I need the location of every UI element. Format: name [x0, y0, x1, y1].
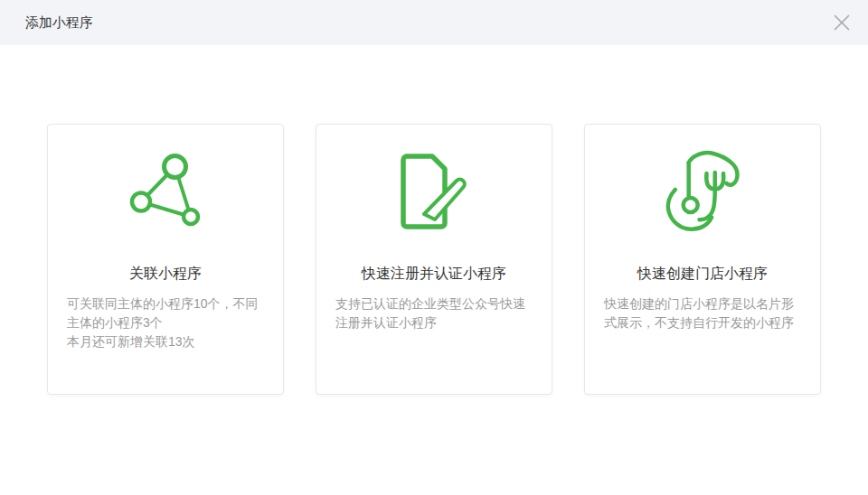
card-description: 快速创建的门店小程序是以名片形式展示，不支持自行开发的小程序 [604, 294, 802, 332]
link-network-icon [48, 146, 283, 237]
card-title: 快速注册并认证小程序 [316, 264, 552, 284]
card-title: 关联小程序 [48, 264, 283, 284]
dialog-title: 添加小程序 [25, 14, 93, 32]
close-icon[interactable] [834, 14, 850, 31]
card-description-line: 可关联同主体的小程序10个，不同主体的小程序3个 [67, 294, 265, 332]
card-description-line: 快速创建的门店小程序是以名片形式展示，不支持自行开发的小程序 [604, 294, 802, 332]
register-document-icon [316, 146, 552, 237]
dialog-header: 添加小程序 [0, 0, 868, 45]
store-fork-icon [585, 146, 820, 237]
card-row: 关联小程序 可关联同主体的小程序10个，不同主体的小程序3个 本月还可新增关联1… [0, 45, 868, 395]
card-description-line: 本月还可新增关联13次 [67, 332, 265, 351]
card-store-miniprogram[interactable]: 快速创建门店小程序 快速创建的门店小程序是以名片形式展示，不支持自行开发的小程序 [584, 124, 821, 395]
card-title: 快速创建门店小程序 [585, 264, 820, 284]
card-description: 可关联同主体的小程序10个，不同主体的小程序3个 本月还可新增关联13次 [67, 294, 265, 351]
card-register-miniprogram[interactable]: 快速注册并认证小程序 支持已认证的企业类型公众号快速注册并认证小程序 [316, 124, 552, 395]
card-description: 支持已认证的企业类型公众号快速注册并认证小程序 [335, 294, 533, 332]
add-miniprogram-dialog: 添加小程序 关联小程序 可关联同主体的小程 [0, 0, 868, 495]
card-link-miniprogram[interactable]: 关联小程序 可关联同主体的小程序10个，不同主体的小程序3个 本月还可新增关联1… [47, 124, 284, 395]
card-description-line: 支持已认证的企业类型公众号快速注册并认证小程序 [335, 294, 533, 332]
